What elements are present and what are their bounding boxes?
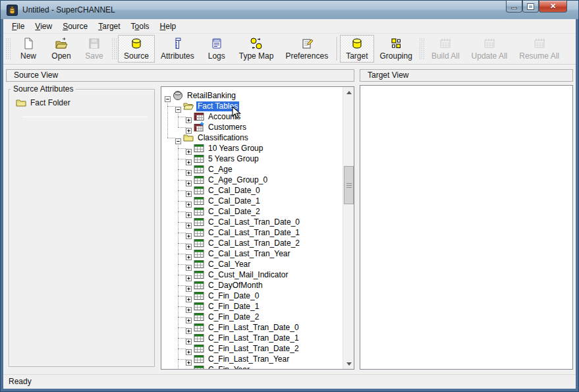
menu-source[interactable]: Source xyxy=(57,20,93,33)
tree-node-label[interactable]: C_Fin_Year xyxy=(207,365,251,370)
tree-row-c-cal-last-tran-date-1[interactable]: C_Cal_Last_Tran_Date_1 xyxy=(163,227,342,238)
toolbar-grip[interactable] xyxy=(112,38,117,59)
expand-icon[interactable] xyxy=(186,283,192,289)
tree-node-label[interactable]: RetailBanking xyxy=(186,91,237,101)
expand-icon[interactable] xyxy=(186,293,192,299)
tree-row-retailbanking[interactable]: RetailBanking xyxy=(163,90,342,101)
tree-row-c-cal-last-tran-year[interactable]: C_Cal_Last_Tran_Year xyxy=(163,248,342,259)
tree-row-classifications[interactable]: Classifications xyxy=(163,132,342,143)
tree-node-label[interactable]: C_Age_Group_0 xyxy=(207,175,269,185)
tree-row-c-cal-year[interactable]: C_Cal_Year xyxy=(163,259,342,269)
tree-row-5-years-group[interactable]: 5 Years Group xyxy=(163,154,342,164)
expand-icon[interactable] xyxy=(186,314,192,320)
expand-icon[interactable] xyxy=(186,219,192,225)
toolbar-grip[interactable] xyxy=(6,38,11,59)
scroll-down-button[interactable] xyxy=(343,358,354,369)
expand-icon[interactable] xyxy=(186,335,192,341)
tree-row-c-cal-date-0[interactable]: C_Cal_Date_0 xyxy=(163,185,342,196)
tree-row-c-cal-last-tran-date-2[interactable]: C_Cal_Last_Tran_Date_2 xyxy=(163,238,342,248)
titlebar[interactable]: Untitled - SuperCHANNEL ✕ xyxy=(1,1,578,19)
tree-node-label[interactable]: C_Fin_Last_Tran_Year xyxy=(207,354,290,364)
expand-icon[interactable] xyxy=(186,251,192,257)
tree-node-label[interactable]: Customers xyxy=(207,123,248,132)
tree-row-c-age[interactable]: C_Age xyxy=(163,164,342,175)
tree-node-label[interactable]: C_Fin_Last_Tran_Date_2 xyxy=(207,344,300,354)
tree-row-c-cal-date-1[interactable]: C_Cal_Date_1 xyxy=(163,196,342,206)
expand-icon[interactable] xyxy=(186,167,192,173)
menu-help[interactable]: Help xyxy=(155,20,182,33)
expand-icon[interactable] xyxy=(186,325,192,331)
tree-node-label[interactable]: C_Cust_Mail_Indicator xyxy=(207,270,289,280)
tree-node-label[interactable]: C_Cal_Date_2 xyxy=(207,207,262,217)
tree-row-c-dayofmonth[interactable]: C_DayOfMonth xyxy=(163,280,342,291)
tree-node-label[interactable]: C_Fin_Last_Tran_Date_0 xyxy=(207,323,300,333)
tree-row-c-cal-date-2[interactable]: C_Cal_Date_2 xyxy=(163,206,342,217)
tree-node-label[interactable]: C_Cal_Year xyxy=(207,260,252,269)
tree-row-c-fin-last-tran-date-2[interactable]: C_Fin_Last_Tran_Date_2 xyxy=(163,343,342,354)
expand-icon[interactable] xyxy=(186,177,192,183)
tree-node-label[interactable]: C_Cal_Last_Tran_Date_1 xyxy=(207,228,301,238)
expand-icon[interactable] xyxy=(186,356,192,362)
menu-tools[interactable]: Tools xyxy=(126,20,155,33)
expand-icon[interactable] xyxy=(186,188,192,194)
tree-node-label[interactable]: Fact Tables xyxy=(196,101,239,111)
collapse-icon[interactable] xyxy=(165,93,171,99)
tree-row-c-fin-last-tran-date-0[interactable]: C_Fin_Last_Tran_Date_0 xyxy=(163,322,342,333)
maximize-button[interactable] xyxy=(522,1,539,13)
tree-node-label[interactable]: C_Cal_Last_Tran_Year xyxy=(207,249,292,259)
tree-row-c-fin-date-2[interactable]: C_Fin_Date_2 xyxy=(163,312,342,322)
tree-row-c-fin-last-tran-date-1[interactable]: C_Fin_Last_Tran_Date_1 xyxy=(163,333,342,343)
toolbar-grip[interactable] xyxy=(420,38,424,59)
tree-node-label[interactable]: C_Cal_Last_Tran_Date_0 xyxy=(207,217,301,227)
tree-node-label[interactable]: C_Fin_Date_0 xyxy=(207,291,260,301)
toolbar-button-grouping[interactable]: Grouping xyxy=(374,35,418,63)
expand-icon[interactable] xyxy=(186,209,192,215)
tree-row-c-fin-date-1[interactable]: C_Fin_Date_1 xyxy=(163,301,342,312)
tree-node-label[interactable]: 10 Years Group xyxy=(207,144,264,154)
tree-row-c-cal-last-tran-date-0[interactable]: C_Cal_Last_Tran_Date_0 xyxy=(163,217,342,227)
tree-scrollbar[interactable] xyxy=(343,87,354,369)
expand-icon[interactable] xyxy=(186,146,192,152)
menu-view[interactable]: View xyxy=(30,20,57,33)
toolbar-button-source[interactable]: Source xyxy=(118,35,155,63)
tree-node-label[interactable]: C_Fin_Date_1 xyxy=(207,302,260,312)
tree-node-label[interactable]: 5 Years Group xyxy=(207,154,260,164)
toolbar-button-open[interactable]: Open xyxy=(45,35,78,63)
menu-target[interactable]: Target xyxy=(93,20,125,33)
tree-row-10-years-group[interactable]: 10 Years Group xyxy=(163,143,342,154)
expand-icon[interactable] xyxy=(186,114,192,120)
tree-node-label[interactable]: C_DayOfMonth xyxy=(207,281,264,291)
expand-icon[interactable] xyxy=(186,346,192,352)
expand-icon[interactable] xyxy=(186,125,192,130)
target-view-area[interactable] xyxy=(360,85,573,370)
expand-icon[interactable] xyxy=(186,156,192,162)
tree-node-label[interactable]: Classifications xyxy=(196,133,250,143)
tree-row-customers[interactable]: Customers xyxy=(163,122,342,132)
tree-row-c-age-group-0[interactable]: C_Age_Group_0 xyxy=(163,175,342,185)
expand-icon[interactable] xyxy=(186,240,192,246)
tree-node-label[interactable]: C_Cal_Last_Tran_Date_2 xyxy=(207,238,301,248)
tree-node-label[interactable]: C_Fin_Last_Tran_Date_1 xyxy=(207,333,300,343)
toolbar-button-new[interactable]: New xyxy=(12,35,45,63)
scroll-up-button[interactable] xyxy=(343,87,354,98)
close-button[interactable]: ✕ xyxy=(539,1,567,13)
minimize-button[interactable] xyxy=(506,1,522,13)
tree-node-label[interactable]: C_Cal_Date_0 xyxy=(207,186,262,196)
menu-file[interactable]: File xyxy=(7,20,30,33)
tree-row-c-fin-date-0[interactable]: C_Fin_Date_0 xyxy=(163,291,342,301)
toolbar-button-type-map[interactable]: Type Map xyxy=(233,35,280,63)
expand-icon[interactable] xyxy=(186,367,192,370)
expand-icon[interactable] xyxy=(186,198,192,204)
tree-row-accounts[interactable]: Accounts xyxy=(163,111,342,122)
toolbar-button-attributes[interactable]: Attributes xyxy=(155,35,200,63)
tree-row-c-cust-mail-indicator[interactable]: C_Cust_Mail_Indicator xyxy=(163,269,342,280)
toolbar-button-preferences[interactable]: Preferences xyxy=(279,35,334,63)
collapse-icon[interactable] xyxy=(175,103,181,109)
tree-row-fact-tables[interactable]: Fact Tables xyxy=(163,101,342,111)
source-attribute-item[interactable]: Fact Folder xyxy=(16,98,154,108)
tree-node-label[interactable]: C_Fin_Date_2 xyxy=(207,312,260,322)
tree-node-label[interactable]: C_Cal_Date_1 xyxy=(207,196,262,206)
tree-row-c-fin-last-tran-year[interactable]: C_Fin_Last_Tran_Year xyxy=(163,354,342,364)
tree-node-label[interactable]: C_Age xyxy=(207,165,234,175)
expand-icon[interactable] xyxy=(186,262,192,267)
